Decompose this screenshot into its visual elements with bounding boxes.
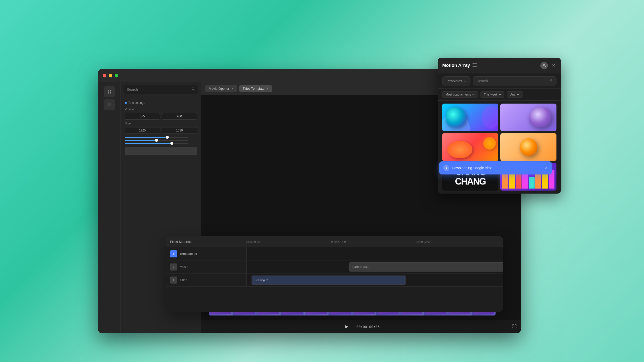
ma-controls: ✕ — [540, 62, 556, 69]
filter-any[interactable]: Any — [507, 91, 522, 98]
filter-popular-label: Most popular items — [446, 93, 471, 96]
time-marker-0: 00:00:00:00 — [247, 240, 261, 243]
search-input[interactable] — [127, 87, 189, 92]
width-input[interactable]: 1920 — [125, 127, 160, 134]
fullscreen-button[interactable] — [512, 324, 517, 330]
track-name-titles: Titles — [180, 278, 187, 282]
sidebar-icon-2[interactable] — [104, 99, 115, 110]
svg-rect-3 — [110, 92, 111, 94]
search-icon — [191, 87, 195, 92]
slider-row-1 — [125, 137, 197, 138]
ma-card-2[interactable] — [500, 104, 556, 131]
track-name-template01: Template 01 — [180, 252, 197, 256]
filter-time-label: This week — [484, 93, 497, 96]
ma-close-button[interactable]: ✕ — [550, 63, 556, 69]
fixed-materials-label: Fixed Materials — [166, 240, 247, 244]
ma-search-bar — [473, 76, 556, 85]
filter-any-label: Any — [510, 93, 515, 96]
position-label: Position — [125, 108, 197, 111]
track-content-titles[interactable]: Heading 01 — [247, 274, 503, 286]
tab-movie-opener-label: Movie Opener — [209, 87, 229, 90]
track-name-music: Music — [180, 265, 188, 269]
download-text: Downloading "Magic trick" — [452, 166, 542, 170]
ma-avatar[interactable] — [540, 62, 548, 69]
ma-card-4[interactable] — [500, 133, 556, 161]
chevron-down-icon — [464, 79, 467, 83]
playback-controls: 00:00:00:05 — [201, 320, 521, 333]
track-info-titles: T Titles — [166, 274, 247, 286]
ma-filters: Most popular items This week Any — [438, 89, 561, 101]
search-wrapper[interactable] — [124, 85, 198, 94]
track-info-template01: T Template 01 — [166, 247, 247, 260]
slider-row-2 — [125, 140, 197, 141]
filter-time[interactable]: This week — [480, 91, 504, 98]
time-marker-2: 00:00:02:00 — [416, 240, 430, 243]
download-info-icon: ℹ — [443, 165, 449, 171]
size-inputs: 1920 1080 — [125, 127, 197, 134]
track-row-template01: T Template 01 — [166, 247, 503, 260]
slider-group — [125, 137, 197, 144]
track-icon-template01: T — [170, 250, 177, 257]
track-content-template01[interactable] — [247, 247, 503, 260]
titles-clip[interactable]: Heading 01 — [252, 276, 406, 285]
timeline-header: Fixed Materials 00:00:00:00 00:00:01:00 … — [166, 236, 503, 247]
track-content-music[interactable]: Track 01 clip... — [247, 260, 503, 273]
download-close-button[interactable]: ✕ — [545, 166, 548, 170]
svg-rect-1 — [110, 90, 111, 92]
height-input[interactable]: 1080 — [162, 127, 197, 134]
timeline-tracks: T Template 01 ♪ Music Track 01 clip... T… — [166, 247, 503, 287]
ma-cards-grid: CHANG CHANG — [438, 101, 561, 194]
tab-movie-opener[interactable]: Movie Opener ✕ — [205, 85, 237, 92]
slider-row-3 — [125, 143, 197, 144]
svg-rect-2 — [108, 92, 109, 94]
ma-toolbar: Templates — [438, 73, 561, 89]
ma-cards-scroll: CHANG CHANG — [438, 101, 561, 194]
x-input[interactable]: 375 — [125, 113, 160, 120]
play-button[interactable] — [342, 323, 350, 331]
ma-title-text: Motion Array — [442, 63, 470, 68]
track-icon-titles: T — [170, 277, 177, 284]
timecode-display: 00:00:00:05 — [356, 325, 380, 329]
text-settings-title: Text settings — [125, 101, 197, 105]
minimize-window-button[interactable] — [109, 74, 112, 77]
tab-titles-template[interactable]: Titles Template ✕ — [239, 85, 272, 92]
time-marker-1: 00:00:01:00 — [331, 240, 346, 243]
maximize-window-button[interactable] — [115, 74, 118, 77]
templates-dropdown[interactable]: Templates — [442, 76, 470, 85]
tab-titles-template-close[interactable]: ✕ — [266, 87, 269, 90]
slider-1-track[interactable] — [125, 137, 188, 138]
ma-menu-icon[interactable] — [472, 63, 477, 68]
position-inputs: 375 980 — [125, 113, 197, 120]
slider-3-track[interactable] — [125, 143, 188, 144]
templates-label: Templates — [446, 79, 462, 83]
track-icon-music: ♪ — [170, 263, 177, 270]
color-swatch[interactable] — [125, 147, 197, 155]
sidebar-icon-1[interactable] — [104, 86, 115, 97]
track-row-titles: T Titles Heading 01 — [166, 274, 503, 287]
track-info-music: ♪ Music — [166, 260, 247, 273]
timeline-panel: Fixed Materials 00:00:00:00 00:00:01:00 … — [166, 236, 503, 312]
ma-search-input[interactable] — [477, 79, 547, 83]
ma-card-3[interactable] — [442, 133, 498, 161]
track-row-music: ♪ Music Track 01 clip... — [166, 260, 503, 274]
ma-search-icon — [549, 79, 553, 83]
download-notification: ℹ Downloading "Magic trick" ✕ — [439, 161, 552, 174]
ma-title: Motion Array — [442, 63, 477, 68]
tab-movie-opener-close[interactable]: ✕ — [231, 87, 234, 90]
sidebar — [98, 82, 121, 333]
ma-header: Motion Array ✕ — [438, 58, 561, 73]
music-clip[interactable]: Track 01 clip... — [349, 262, 503, 272]
close-window-button[interactable] — [103, 74, 106, 77]
ma-card-1[interactable] — [442, 104, 498, 131]
svg-rect-0 — [108, 90, 109, 92]
search-bar-area — [121, 82, 201, 97]
tab-titles-template-label: Titles Template — [243, 87, 265, 90]
filter-popular[interactable]: Most popular items — [442, 91, 478, 98]
y-input[interactable]: 980 — [162, 113, 197, 120]
slider-2-track[interactable] — [125, 140, 188, 141]
size-label: Size — [125, 122, 197, 125]
